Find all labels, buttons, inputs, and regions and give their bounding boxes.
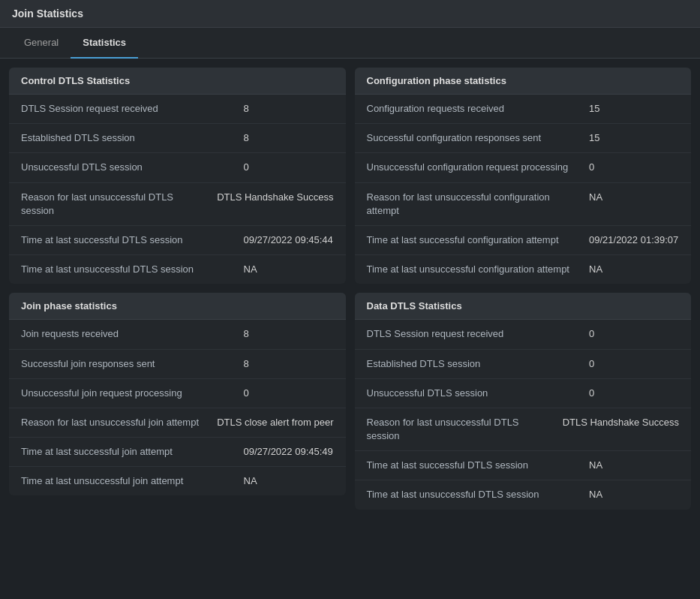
stat-value: 15 xyxy=(589,131,679,145)
stat-value: 0 xyxy=(244,161,334,174)
stat-value: 8 xyxy=(244,131,334,145)
table-row: Unsuccessful join request processing0 xyxy=(9,379,346,408)
control-dtls-rows: DTLS Session request received8Establishe… xyxy=(9,95,346,284)
join-phase-header: Join phase statistics xyxy=(9,293,346,320)
stat-label: Established DTLS session xyxy=(21,131,244,145)
stat-value: NA xyxy=(589,488,679,501)
stat-value: 0 xyxy=(244,387,334,400)
stat-label: Unsuccessful DTLS session xyxy=(21,161,244,174)
table-row: Reason for last unsuccessful join attemp… xyxy=(9,408,346,438)
tab-statistics[interactable]: Statistics xyxy=(71,28,138,59)
stat-value: NA xyxy=(589,191,679,204)
stat-label: Reason for last unsuccessful DTLS sessio… xyxy=(367,416,563,443)
stat-label: Reason for last unsuccessful configurati… xyxy=(367,191,590,218)
table-row: Time at last unsuccessful join attemptNA xyxy=(9,467,346,495)
stat-value: 0 xyxy=(589,357,679,371)
table-row: Unsuccessful DTLS session0 xyxy=(9,153,346,182)
table-row: Established DTLS session0 xyxy=(355,350,692,379)
stat-label: Time at last successful DTLS session xyxy=(367,459,590,472)
table-row: Successful configuration responses sent1… xyxy=(355,124,692,153)
stat-label: Time at last successful configuration at… xyxy=(367,233,590,247)
stat-value: NA xyxy=(589,459,679,472)
stat-label: Reason for last unsuccessful join attemp… xyxy=(21,416,217,429)
table-row: DTLS Session request received8 xyxy=(9,95,346,124)
stat-label: Time at last unsuccessful DTLS session xyxy=(367,488,590,501)
stat-label: Time at last unsuccessful configuration … xyxy=(367,263,590,276)
table-row: Reason for last unsuccessful configurati… xyxy=(355,183,692,226)
stat-value: 09/27/2022 09:45:44 xyxy=(244,233,334,247)
table-row: Configuration requests received15 xyxy=(355,95,692,124)
join-phase-rows: Join requests received8Successful join r… xyxy=(9,320,346,495)
config-phase-header: Configuration phase statistics xyxy=(355,68,692,95)
data-dtls-section: Data DTLS Statistics DTLS Session reques… xyxy=(355,293,692,509)
stat-label: Time at last unsuccessful DTLS session xyxy=(21,263,244,276)
tab-bar: General Statistics xyxy=(0,28,700,59)
table-row: Time at last unsuccessful configuration … xyxy=(355,255,692,284)
control-dtls-section: Control DTLS Statistics DTLS Session req… xyxy=(9,68,346,284)
title-bar: Join Statistics xyxy=(0,0,700,28)
stat-label: Unsuccessful join request processing xyxy=(21,387,244,400)
config-phase-rows: Configuration requests received15Success… xyxy=(355,95,692,284)
stat-label: DTLS Session request received xyxy=(367,327,590,341)
left-column: Control DTLS Statistics DTLS Session req… xyxy=(9,68,346,510)
table-row: Reason for last unsuccessful DTLS sessio… xyxy=(355,408,692,451)
stat-value: NA xyxy=(244,474,334,488)
config-phase-section: Configuration phase statistics Configura… xyxy=(355,68,692,284)
stat-label: Configuration requests received xyxy=(367,102,590,116)
stat-label: Time at last unsuccessful join attempt xyxy=(21,474,244,488)
table-row: Unsuccessful DTLS session0 xyxy=(355,379,692,408)
stat-value: 8 xyxy=(244,102,334,116)
stat-label: Unsuccessful DTLS session xyxy=(367,387,590,400)
stat-label: Join requests received xyxy=(21,327,244,341)
table-row: Time at last successful DTLS sessionNA xyxy=(355,451,692,480)
main-content: Control DTLS Statistics DTLS Session req… xyxy=(0,59,700,519)
stat-value: 0 xyxy=(589,387,679,400)
table-row: Time at last successful DTLS session09/2… xyxy=(9,226,346,255)
table-row: DTLS Session request received0 xyxy=(355,320,692,349)
table-row: Reason for last unsuccessful DTLS sessio… xyxy=(9,183,346,226)
table-row: Time at last unsuccessful DTLS sessionNA xyxy=(355,480,692,509)
right-column: Configuration phase statistics Configura… xyxy=(355,68,692,510)
stat-value: 8 xyxy=(244,357,334,371)
table-row: Time at last unsuccessful DTLS sessionNA xyxy=(9,255,346,284)
table-row: Established DTLS session8 xyxy=(9,124,346,153)
table-row: Unsuccessful configuration request proce… xyxy=(355,153,692,182)
window-title: Join Statistics xyxy=(12,8,83,20)
stat-value: 15 xyxy=(589,102,679,116)
stat-value: DTLS Handshake Success xyxy=(563,416,679,429)
table-row: Join requests received8 xyxy=(9,320,346,349)
stat-value: DTLS Handshake Success xyxy=(217,191,333,204)
stat-value: 0 xyxy=(589,161,679,174)
stat-value: 09/21/2022 01:39:07 xyxy=(589,233,679,247)
tab-general[interactable]: General xyxy=(12,28,71,59)
stat-value: NA xyxy=(589,263,679,276)
stat-label: Time at last successful DTLS session xyxy=(21,233,244,247)
stat-label: Time at last successful join attempt xyxy=(21,445,244,459)
data-dtls-rows: DTLS Session request received0Establishe… xyxy=(355,320,692,509)
stat-label: DTLS Session request received xyxy=(21,102,244,116)
stat-value: 09/27/2022 09:45:49 xyxy=(244,445,334,459)
stat-value: 0 xyxy=(589,327,679,341)
stat-label: Successful join responses sent xyxy=(21,357,244,371)
control-dtls-header: Control DTLS Statistics xyxy=(9,68,346,95)
table-row: Successful join responses sent8 xyxy=(9,350,346,379)
table-row: Time at last successful configuration at… xyxy=(355,226,692,255)
data-dtls-header: Data DTLS Statistics xyxy=(355,293,692,320)
stat-label: Established DTLS session xyxy=(367,357,590,371)
join-phase-section: Join phase statistics Join requests rece… xyxy=(9,293,346,495)
stat-label: Reason for last unsuccessful DTLS sessio… xyxy=(21,191,217,218)
stat-label: Successful configuration responses sent xyxy=(367,131,590,145)
table-row: Time at last successful join attempt09/2… xyxy=(9,438,346,467)
stat-value: NA xyxy=(244,263,334,276)
stat-label: Unsuccessful configuration request proce… xyxy=(367,161,590,174)
stat-value: 8 xyxy=(244,327,334,341)
stat-value: DTLS close alert from peer xyxy=(217,416,333,429)
